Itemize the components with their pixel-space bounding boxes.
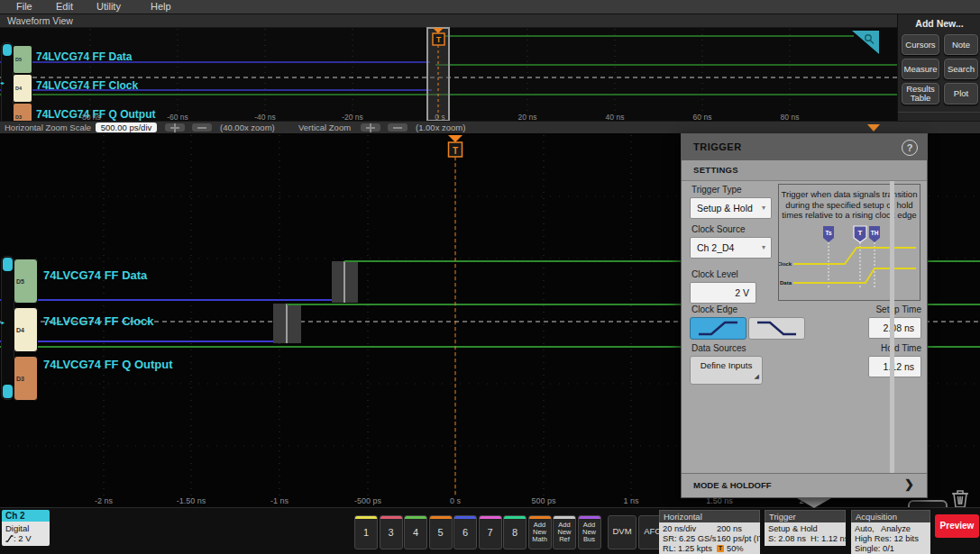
add-new-ref-button[interactable]: AddNewRef [553,515,576,549]
vertical-zoom-out-button[interactable] [388,123,408,132]
dvm-button[interactable]: DVM [608,515,637,549]
channel-button-label: 3 [380,519,402,547]
channel-8-button[interactable]: 8 [503,515,527,549]
description-line: Trigger when data signals transition [779,189,920,200]
horizontal-badge[interactable]: Horizontal 20 ns/div200 nsSR: 6.25 GS/s1… [659,510,760,554]
channel-button-label: 4 [405,519,426,547]
digital-group-handle[interactable] [1,256,14,400]
add-new-note-button[interactable]: Note [944,34,978,55]
channel-badge-d3[interactable]: D3 [14,356,38,401]
channel-2-type: Digital [5,523,50,533]
group-expand-icon[interactable]: ◂▸ [0,319,4,325]
diagram-flag-letter: TH [871,230,879,236]
horizontal-zoom-out-button[interactable] [192,123,212,132]
menu-item-help[interactable]: Help [151,1,171,12]
horizontal-info-cell: SR: 6.25 GS/s [663,534,717,544]
trigger-badge-body: Setup & HoldS: 2.08 ns H: 1.12 ns [765,522,846,546]
threshold-edge-icon [5,535,14,542]
channel-badge-id: D4 [14,86,22,91]
menu-bar: FileEditUtilityHelp [0,0,980,14]
add-new-cursors-button[interactable]: Cursors [902,34,939,55]
channel-badge-d4[interactable]: D4 [13,74,32,103]
acquisition-info-row: High Res: 12 bits [855,534,928,544]
bottom-settings-bar: Ch 2 Digital : 2 V 1345678AddNewMathAddN… [0,507,980,554]
add-new-sidebar: Add New... CursorsNoteMeasureSearchResul… [897,14,980,133]
clock-level-field[interactable]: 2 V [690,282,756,304]
channel-2-threshold: : 2 V [5,533,50,543]
horizontal-info-row: SR: 6.25 GS/s160 ps/pt (IT [663,534,757,544]
group-handle-top-cap [3,258,13,271]
setup-time-field[interactable]: 2.08 ns [868,317,921,339]
channel-badge-id: D5 [14,278,24,285]
setup-hold-diagram: ClockDataTsTTH [779,223,920,299]
add-button-label: AddNewMath [529,519,551,543]
channel-6-button[interactable]: 6 [453,515,477,549]
horizontal-zoom-in-button[interactable] [165,123,185,132]
trigger-type-dropdown[interactable]: Setup & Hold▾ [690,197,772,219]
axis-tick-label: 500 ps [531,496,555,505]
horizontal-zoom-scale-label: Horizontal Zoom Scale [5,123,91,132]
channel-5-button[interactable]: 5 [429,515,453,549]
waveform-view-header: Waveform View [0,14,897,28]
horizontal-zoom-scale-input[interactable]: 500.00 ps/div [96,123,157,132]
channel-2-badge[interactable]: Ch 2 Digital : 2 V [2,510,50,546]
add-new-bus-button[interactable]: AddNewBus [578,515,601,549]
channel-3-button[interactable]: 3 [380,515,403,549]
menu-item-utility[interactable]: Utility [96,1,121,12]
help-icon[interactable]: ? [902,140,918,156]
acquisition-badge[interactable]: Acquisition Auto, AnalyzeHigh Res: 12 bi… [851,510,930,554]
trigger-type-label: Trigger Type [691,185,742,195]
diagram-clock-trace [793,248,916,264]
add-new-measure-button[interactable]: Measure [902,59,939,79]
vertical-zoom-label: Vertical Zoom [298,123,351,132]
channel-7-button[interactable]: 7 [479,515,502,549]
add-new-search-button[interactable]: Search [944,59,978,79]
add-new-plot-button[interactable]: Plot [944,83,978,104]
acquisition-badge-title: Acquisition [851,510,930,522]
channel-2-info: Digital : 2 V [2,522,50,546]
diagram-data-trace [793,268,916,283]
data-sources-label: Data Sources [691,343,746,353]
preview-button[interactable]: Preview [935,514,979,538]
collapse-zoom-bar-icon[interactable] [867,124,880,132]
menu-item-edit[interactable]: Edit [56,1,73,12]
define-inputs-button[interactable]: Define Inputs ◢ [690,356,763,385]
horizontal-info-cell: 200 ns [717,524,742,534]
sidebar-divider [898,112,980,113]
clock-level-label: Clock Level [691,269,738,279]
chevron-down-icon: ▾ [762,238,765,258]
trigger-badge[interactable]: Trigger Setup & HoldS: 2.08 ns H: 1.12 n… [765,510,846,546]
mode-holdoff-section[interactable]: MODE & HOLDOFF ❯ [682,473,927,497]
add-new-results-table-button[interactable]: Results Table [902,83,939,104]
clock-edge-falling-button[interactable] [748,317,805,340]
channel-4-button[interactable]: 4 [404,515,427,549]
waveform-view-title: Waveform View [7,15,73,26]
trigger-description-text: Trigger when data signals transitionduri… [779,185,920,221]
oscilloscope-app: FileEditUtilityHelp Waveform View T ◂▸D5… [0,0,980,554]
channel-button-label: 7 [480,519,501,547]
group-handle-top-cap [3,44,12,56]
panel-scrollbar[interactable] [890,181,894,476]
channel-1-button[interactable]: 1 [354,515,378,549]
trigger-info-row: Setup & Hold [768,524,843,534]
clock-edge-rising-button[interactable] [690,317,746,340]
horizontal-info-cell: RL: 1.25 kpts [663,544,717,554]
add-button-label: AddNewRef [554,519,575,543]
channel-badge-d5[interactable]: D5 [14,259,38,304]
axis-tick-label: -1.50 ns [177,496,206,505]
vertical-zoom-factor: (1.00x zoom) [416,123,465,132]
axis-tick-label: 1 ns [623,496,638,505]
vertical-zoom-in-button[interactable] [361,123,380,132]
channel-badge-d4[interactable]: D4 [14,307,38,352]
chevron-right-icon: ❯ [904,477,914,491]
menu-item-file[interactable]: File [16,1,32,12]
add-new-math-button[interactable]: AddNewMath [528,515,552,549]
clock-edge-label: Clock Edge [691,304,737,314]
group-expand-icon[interactable]: ◂▸ [0,79,4,86]
hold-time-field[interactable]: 1.12 ns [868,356,921,377]
channel-label: 74LVCG74 FF Clock [36,79,138,92]
channel-badge-id: D3 [14,376,24,382]
channel-badge-d5[interactable]: D5 [13,45,32,74]
channel-label: 74LVCG74 FF Clock [43,314,154,328]
clock-source-dropdown[interactable]: Ch 2_D4▾ [690,237,772,259]
